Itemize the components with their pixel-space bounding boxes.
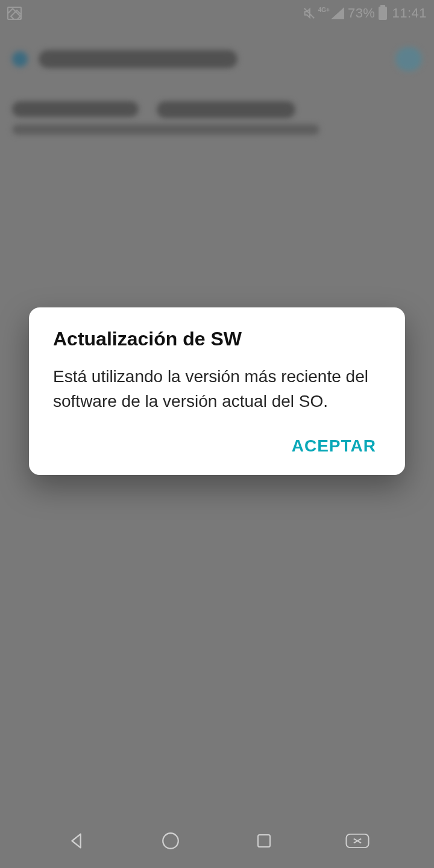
accept-button[interactable]: ACEPTAR: [287, 429, 381, 463]
dialog-actions: ACEPTAR: [53, 429, 381, 463]
svg-rect-2: [258, 835, 270, 847]
svg-point-1: [163, 833, 178, 849]
dialog-body: Está utilizando la versión más reciente …: [53, 365, 381, 414]
nav-recent-button[interactable]: [250, 826, 278, 855]
sw-update-dialog: Actualización de SW Está utilizando la v…: [29, 307, 405, 475]
navigation-bar: [0, 814, 434, 868]
nav-back-button[interactable]: [63, 826, 92, 855]
dialog-title: Actualización de SW: [53, 328, 381, 350]
nav-screenshot-button[interactable]: [343, 826, 372, 855]
nav-home-button[interactable]: [156, 826, 185, 855]
